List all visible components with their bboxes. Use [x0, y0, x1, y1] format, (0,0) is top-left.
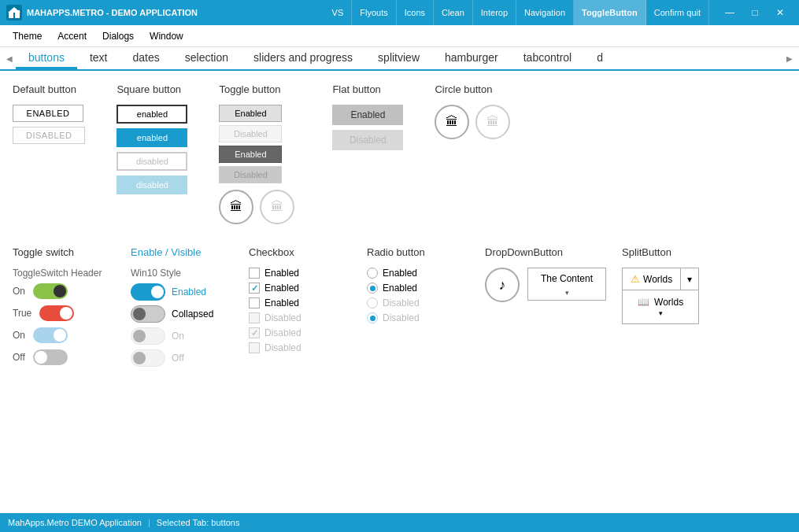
radio-row-4: Disabled [367, 312, 461, 323]
split-button-left[interactable]: ⚠ Worlds [623, 268, 680, 290]
radio-2[interactable] [367, 283, 378, 294]
radio-3 [367, 297, 378, 308]
radio-label-2: Enabled [383, 283, 417, 294]
radio-1[interactable] [367, 268, 378, 279]
nav-clean[interactable]: Clean [434, 0, 473, 25]
toggle-switch-section: Toggle switch ToggleSwitch Header On Tru… [13, 246, 107, 371]
enable-visible-title: Enable / Visible [131, 246, 225, 258]
app-title: MAHAPPS.METRO - DEMO APPLICATION [27, 8, 320, 17]
toggle-button-title: Toggle button [219, 83, 301, 95]
close-button[interactable]: ✕ [768, 0, 793, 25]
toggle-disabled-2: Disabled [219, 166, 282, 183]
split-button-bottom[interactable]: 📖 Worlds ▾ [622, 290, 699, 324]
checkbox-label-1: Enabled [264, 268, 299, 279]
tab-d[interactable]: d [584, 47, 616, 69]
nav-navigation[interactable]: Navigation [516, 0, 574, 25]
toggle-row-on-green: On [13, 283, 107, 299]
circle-btn-disabled: 🏛 [475, 105, 510, 139]
win10-off-disabled-track [131, 349, 165, 367]
win10-enabled-label: Enabled [172, 286, 206, 297]
radio-label-4: Disabled [383, 312, 420, 323]
main-content: Default button ENABLED DISABLED Square b… [0, 71, 799, 513]
dropdown-music-button[interactable]: ♪ [485, 268, 520, 302]
titlebar: MAHAPPS.METRO - DEMO APPLICATION VS Flyo… [0, 0, 799, 25]
toggle-enabled-1[interactable]: Enabled [219, 105, 282, 122]
dropdown-content-button[interactable]: The Content ▾ [527, 268, 606, 301]
toggle-enabled-2[interactable]: Enabled [219, 146, 282, 163]
scroll-right-button[interactable]: ▶ [783, 48, 796, 68]
split-bottom-label: Worlds [654, 297, 683, 308]
checkbox-6 [249, 342, 260, 353]
svg-marker-2 [8, 7, 20, 13]
svg-rect-0 [9, 13, 13, 18]
checkbox-1[interactable] [249, 268, 260, 279]
split-button-dropdown[interactable]: ▾ [680, 268, 698, 290]
toggle-row-off: Off [13, 349, 107, 365]
menu-window[interactable]: Window [143, 29, 190, 43]
nav-interop[interactable]: Interop [473, 0, 516, 25]
toggle-switch-gray[interactable] [33, 349, 68, 365]
toggle-circle-active[interactable]: 🏛 [219, 190, 253, 224]
toggle-thumb-red [60, 307, 72, 320]
checkbox-2[interactable] [249, 283, 260, 294]
nav-confirmquit[interactable]: Confirm quit [646, 0, 709, 25]
square-enabled-button[interactable]: enabled [117, 105, 187, 124]
flat-button-section: Flat button Enabled Disabled [332, 83, 403, 224]
checkbox-label-2: Enabled [264, 283, 299, 294]
nav-icons[interactable]: Icons [397, 0, 434, 25]
radio-label-3: Disabled [383, 297, 420, 308]
checkbox-section: Checkbox Enabled Enabled Enabled Disable… [249, 246, 343, 371]
app-icon [6, 5, 22, 20]
tab-splitview[interactable]: splitview [365, 47, 432, 69]
win10-off-track[interactable] [131, 305, 165, 323]
checkbox-5 [249, 327, 260, 338]
menu-theme[interactable]: Theme [6, 29, 48, 43]
flat-enabled-button[interactable]: Enabled [332, 105, 403, 125]
square-disabled-blue-button: disabled [117, 175, 187, 194]
radio-label-1: Enabled [383, 268, 417, 279]
menu-accent[interactable]: Accent [51, 29, 93, 43]
win10-off-disabled-label: Off [172, 353, 184, 364]
window-controls: — □ ✕ [717, 0, 793, 25]
tab-sliders[interactable]: sliders and progress [241, 47, 365, 69]
tab-tabcontrol[interactable]: tabcontrol [511, 47, 584, 69]
menu-dialogs[interactable]: Dialogs [96, 29, 140, 43]
dropdown-split-section: DropDownButton ♪ The Content ▾ SplitButt… [485, 246, 699, 371]
win10-on-track[interactable] [131, 283, 165, 301]
tab-text[interactable]: text [77, 47, 120, 69]
checkbox-4 [249, 312, 260, 323]
tab-selection[interactable]: selection [172, 47, 241, 69]
minimize-button[interactable]: — [717, 0, 742, 25]
nav-vs[interactable]: VS [324, 0, 353, 25]
checkbox-title: Checkbox [249, 246, 343, 258]
toggle-switch-green[interactable] [33, 283, 68, 299]
tab-dates[interactable]: dates [120, 47, 172, 69]
dropdown-arrow-icon: ▾ [565, 289, 569, 300]
scroll-left-button[interactable]: ◀ [3, 48, 16, 68]
circle-btn-enabled[interactable]: 🏛 [435, 105, 469, 139]
building-circle-icon: 🏛 [446, 115, 458, 129]
nav-togglebutton[interactable]: ToggleButton [574, 0, 646, 25]
nav-flyouts[interactable]: Flyouts [352, 0, 396, 25]
row2-sections: Toggle switch ToggleSwitch Header On Tru… [13, 246, 786, 371]
circle-button-title: Circle button [435, 83, 516, 95]
default-enabled-button[interactable]: ENABLED [13, 105, 83, 122]
building-icon-active: 🏛 [230, 200, 242, 214]
titlebar-nav: VS Flyouts Icons Clean Interop Navigatio… [324, 0, 709, 25]
toggle-row-true-red: True [13, 305, 107, 321]
radio-row-3: Disabled [367, 297, 461, 308]
toggle-switch-red[interactable] [39, 305, 74, 321]
maximize-button[interactable]: □ [742, 0, 768, 25]
square-disabled-button: disabled [117, 152, 187, 171]
win10-off-disabled: Off [131, 349, 225, 367]
square-enabled-active-button[interactable]: enabled [117, 128, 187, 147]
tab-hamburger[interactable]: hamburger [432, 47, 511, 69]
checkbox-3[interactable] [249, 297, 260, 308]
toggle-switch-light[interactable] [33, 327, 68, 343]
tab-buttons[interactable]: buttons [16, 47, 77, 69]
toggle-circle-disabled: 🏛 [260, 190, 294, 224]
flat-button-title: Flat button [332, 83, 403, 95]
split-arrow-icon: ▾ [687, 274, 692, 285]
radio-row-2: Enabled [367, 283, 461, 294]
statusbar-tabinfo: Selected Tab: buttons [157, 518, 240, 527]
